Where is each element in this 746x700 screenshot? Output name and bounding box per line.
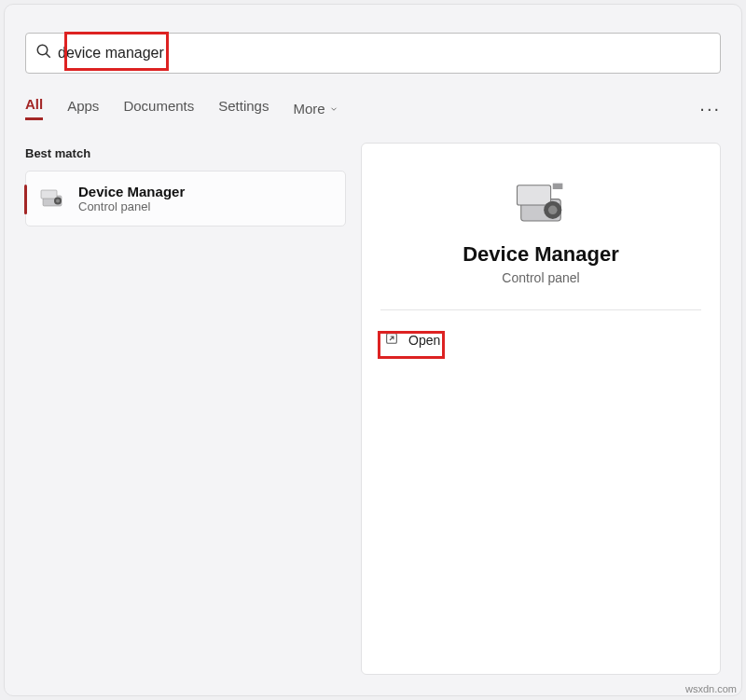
result-text: Device Manager Control panel — [78, 184, 185, 213]
result-subtitle: Control panel — [78, 199, 185, 213]
device-manager-large-icon — [509, 173, 573, 226]
overflow-menu-button[interactable]: ··· — [699, 98, 721, 119]
chevron-down-icon — [329, 101, 338, 117]
detail-title: Device Manager — [463, 242, 619, 267]
search-window: All Apps Documents Settings More ··· Bes… — [4, 4, 742, 696]
svg-point-5 — [56, 199, 60, 203]
tab-all[interactable]: All — [25, 96, 43, 120]
tabs-row: All Apps Documents Settings More — [25, 92, 721, 124]
svg-point-9 — [548, 206, 558, 215]
best-match-label: Best match — [25, 146, 90, 160]
svg-point-0 — [37, 45, 48, 55]
tab-apps[interactable]: Apps — [67, 98, 99, 119]
search-input[interactable] — [52, 45, 711, 62]
svg-rect-7 — [518, 185, 551, 205]
tab-documents[interactable]: Documents — [123, 98, 194, 119]
search-bar[interactable] — [25, 33, 721, 74]
search-icon — [35, 43, 52, 63]
open-action[interactable]: Open — [380, 327, 444, 352]
svg-line-1 — [46, 53, 50, 58]
tab-settings[interactable]: Settings — [218, 98, 269, 119]
open-label: Open — [408, 333, 440, 348]
result-title: Device Manager — [78, 184, 185, 199]
detail-subtitle: Control panel — [502, 270, 579, 285]
tab-more[interactable]: More — [293, 101, 338, 117]
watermark: wsxdn.com — [685, 683, 737, 694]
device-manager-icon — [37, 184, 67, 213]
open-external-icon — [384, 331, 399, 349]
svg-rect-10 — [553, 184, 563, 189]
svg-rect-3 — [41, 190, 57, 199]
tab-more-label: More — [293, 101, 325, 117]
result-device-manager[interactable]: Device Manager Control panel — [25, 171, 346, 226]
detail-panel: Device Manager Control panel Open — [361, 143, 721, 675]
detail-divider — [380, 309, 701, 310]
